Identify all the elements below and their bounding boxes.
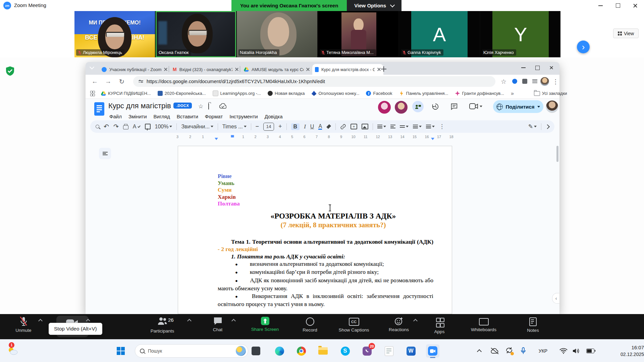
text-color-button[interactable]: A	[318, 124, 322, 130]
tray-hidden-icons[interactable]	[478, 340, 481, 362]
bulleted-list-button[interactable]	[413, 124, 422, 129]
menu-edit[interactable]: Змінити	[126, 113, 149, 120]
taskbar-app-edge[interactable]	[273, 344, 286, 358]
menu-help[interactable]: Довідка	[262, 113, 285, 120]
menu-tools[interactable]: Інструменти	[227, 113, 260, 120]
unmute-button[interactable]: Unmute	[5, 317, 42, 333]
tab-zoom[interactable]: Учасник публікації - Zoom	[99, 64, 170, 75]
taskbar-app-viber[interactable]: 20	[360, 344, 374, 358]
reload-icon[interactable]: ↻	[119, 78, 124, 85]
participant-tile-5[interactable]: A Ganna Krapivnyk	[399, 11, 480, 57]
document-page[interactable]: Рівне Умань Суми Харків Полтава «РОЗРОБК…	[178, 146, 452, 314]
line-spacing-icon[interactable]	[390, 124, 395, 129]
taskbar-clock[interactable]: 16:07 02.12.2025	[613, 344, 644, 358]
share-button[interactable]: Поділитися	[493, 100, 543, 113]
tray-sync[interactable]	[505, 340, 513, 362]
menu-insert[interactable]: Вставити	[174, 113, 201, 120]
editing-mode-button[interactable]: ✎	[528, 123, 537, 130]
show-captions-button[interactable]: CC Show Captions	[335, 317, 372, 333]
bookmark-item[interactable]: f Facebook	[366, 91, 392, 96]
join-call-icon[interactable]	[412, 101, 424, 112]
highlight-icon[interactable]	[326, 124, 331, 129]
taskbar-app-skype[interactable]: S	[338, 344, 352, 358]
all-bookmarks-button[interactable]: Усі закладки	[534, 91, 567, 96]
tray-wifi[interactable]	[559, 340, 568, 362]
font-size-decrease[interactable]: −	[256, 123, 259, 130]
more-tools-icon[interactable]: ⋮	[439, 123, 445, 130]
docs-logo-icon[interactable]	[94, 102, 104, 116]
apps-button[interactable]: Apps	[421, 317, 458, 334]
document-outline-button[interactable]	[99, 148, 111, 159]
font-size-increase[interactable]: +	[278, 123, 282, 130]
tab-search-chevron-icon[interactable]	[90, 65, 94, 69]
insert-link-icon[interactable]	[340, 124, 346, 130]
account-avatar[interactable]	[546, 100, 558, 113]
star-icon[interactable]: ☆	[198, 103, 203, 110]
taskbar-app-word[interactable]: W	[404, 344, 418, 358]
tab-close-icon[interactable]	[306, 68, 310, 71]
tab-close-icon[interactable]	[164, 68, 167, 71]
chat-button[interactable]: Chat	[199, 317, 236, 332]
taskbar-app-chrome[interactable]	[294, 344, 308, 358]
taskbar-app-notes[interactable]	[382, 344, 396, 358]
zoom-select[interactable]: 100%	[155, 124, 172, 130]
site-settings-icon[interactable]	[139, 80, 143, 82]
apps-grid-icon[interactable]	[90, 91, 94, 96]
menu-format[interactable]: Формат	[203, 113, 225, 120]
tab-gmail[interactable]: M Вхідні (323) - oxanagnatyk7720	[170, 64, 241, 75]
participants-button[interactable]: 26 Participants	[144, 317, 181, 334]
search-icon[interactable]	[96, 125, 99, 128]
styles-select[interactable]: Звичайни...	[181, 124, 213, 130]
version-history-icon[interactable]	[432, 103, 439, 110]
tray-mic[interactable]	[521, 340, 526, 362]
new-tab-button[interactable]	[381, 66, 387, 72]
bookmark-item[interactable]: Гранти дофінансув...	[455, 91, 504, 96]
participant-tile-4[interactable]: Тетяна Миколаївна М...	[318, 11, 398, 57]
italic-button[interactable]: I	[304, 123, 306, 130]
whiteboards-button[interactable]: Whiteboards	[465, 317, 502, 332]
bookmark-item[interactable]: LearningApps.org -...	[213, 90, 261, 96]
restore-button[interactable]	[609, 0, 627, 11]
browser-minimize-button[interactable]	[517, 62, 530, 73]
bookmark-item[interactable]: 2020-Європейська...	[158, 91, 206, 96]
forward-icon[interactable]: →	[105, 78, 111, 85]
ruler[interactable]: 321123456789101112131415161718	[86, 134, 559, 141]
side-panel-collapse-button[interactable]: ‹	[552, 293, 559, 304]
tray-battery[interactable]	[586, 340, 594, 362]
underline-button[interactable]: U	[310, 124, 314, 130]
menu-view[interactable]: Вигляд	[151, 113, 172, 120]
paint-format-icon[interactable]	[145, 124, 151, 129]
browser-close-button[interactable]	[545, 62, 558, 73]
redo-icon[interactable]: ↷	[113, 123, 119, 130]
tray-language[interactable]: УКР	[535, 340, 551, 362]
left-indent-marker[interactable]	[215, 138, 218, 140]
share-screen-button[interactable]: Share Screen	[247, 317, 283, 332]
comments-icon[interactable]	[450, 103, 458, 110]
tab-docs-active[interactable]: Курс для магістрів.docx - Goog	[312, 64, 383, 75]
view-options-button[interactable]: View Options	[347, 0, 401, 11]
reactions-button[interactable]: Reactions	[380, 317, 417, 332]
spellcheck-icon[interactable]: A	[133, 124, 141, 130]
scrollbar-thumb[interactable]	[556, 146, 558, 162]
profile-sync-icon[interactable]	[512, 79, 517, 84]
browser-menu-icon[interactable]: ⋮	[552, 78, 559, 85]
participants-chevron[interactable]	[187, 319, 192, 323]
align-button[interactable]	[377, 124, 386, 129]
add-comment-icon[interactable]: +	[351, 124, 357, 129]
bookmark-item[interactable]: Панель управління...	[399, 91, 448, 96]
meet-camera-button[interactable]	[469, 103, 482, 110]
minimize-button[interactable]	[592, 0, 609, 11]
bold-button[interactable]: B	[291, 123, 300, 130]
taskbar-app-dark[interactable]	[249, 344, 263, 358]
collaborator-avatar[interactable]	[395, 101, 408, 114]
participant-tile-1[interactable]: МИ ПЕРЕМОЖЕМО! ВСЕ БУДЕ УКРАЇНА! Людмила…	[74, 11, 155, 57]
back-icon[interactable]: ←	[92, 78, 98, 85]
document-title[interactable]: Курс для магістрів	[108, 102, 171, 110]
participant-tile-6[interactable]: Y Юлія Харченко	[480, 11, 560, 57]
move-folder-icon[interactable]	[208, 104, 209, 110]
record-button[interactable]: Record	[291, 317, 328, 333]
collaborator-avatar[interactable]	[378, 101, 391, 114]
participant-tile-3[interactable]: Nataliia Horopakha	[237, 11, 317, 57]
browser-restore-button[interactable]	[531, 62, 544, 73]
start-button[interactable]	[114, 344, 127, 358]
